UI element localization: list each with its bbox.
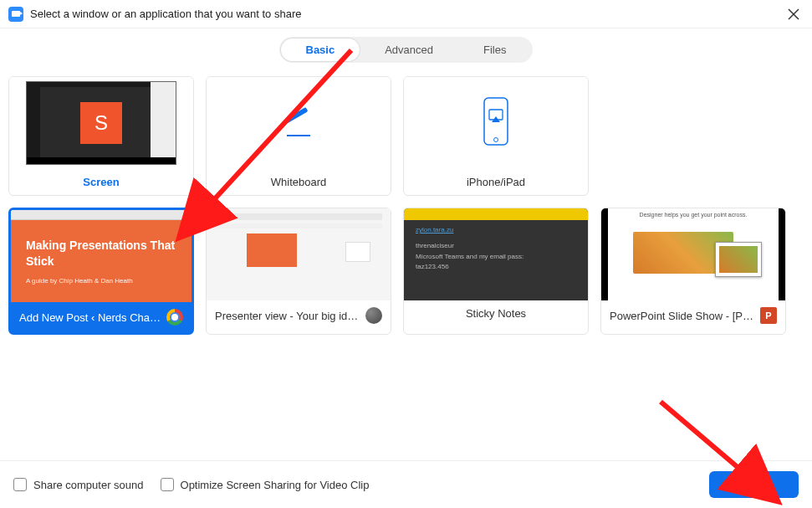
tile-ppt-label: PowerPoint Slide Show - [Present… P	[601, 300, 785, 331]
tile-presenter-label: Presenter view - Your big idea - G…	[207, 300, 391, 331]
tile-sticky-thumb: zylon.tara.zu threnalciseur Microsoft Te…	[404, 208, 588, 300]
checkbox-share-sound-label: Share computer sound	[33, 479, 144, 491]
tile-iphone-label: iPhone/iPad	[404, 169, 588, 195]
checkbox-icon	[13, 478, 27, 491]
powerpoint-icon: P	[760, 307, 777, 324]
chrome-icon	[166, 309, 183, 326]
tile-chrome-label: Add New Post ‹ Nerds Chalk — …	[11, 302, 192, 332]
close-icon	[788, 8, 799, 20]
tile-ppt-thumb: Designer helps you get your point across…	[601, 208, 785, 300]
tile-screen-label: Screen	[9, 169, 193, 195]
tile-chrome-window[interactable]: Making Presentations That Stick A guide …	[8, 208, 194, 335]
tile-presenter-thumb	[207, 208, 391, 300]
tab-basic[interactable]: Basic	[281, 38, 360, 61]
checkbox-icon	[161, 478, 174, 491]
pencil-icon	[283, 113, 314, 133]
tab-files[interactable]: Files	[458, 38, 531, 61]
checkbox-optimize-video[interactable]: Optimize Screen Sharing for Video Clip	[161, 478, 370, 491]
checkbox-optimize-video-label: Optimize Screen Sharing for Video Clip	[181, 479, 370, 491]
tile-iphone-thumb	[404, 77, 588, 169]
svg-point-3	[494, 138, 498, 142]
tile-whiteboard[interactable]: Whiteboard	[206, 76, 391, 196]
tile-screen-thumb: S	[9, 77, 193, 169]
app-icon	[365, 307, 382, 324]
close-button[interactable]	[784, 4, 804, 24]
tile-whiteboard-thumb	[207, 77, 391, 169]
dialog-title: Select a window or an application that y…	[30, 8, 784, 20]
tile-presenter-view[interactable]: Presenter view - Your big idea - G…	[206, 208, 391, 335]
tile-powerpoint[interactable]: Designer helps you get your point across…	[600, 208, 786, 335]
share-button[interactable]: Share	[709, 471, 799, 498]
tab-advanced[interactable]: Advanced	[360, 38, 458, 61]
tile-sticky-notes[interactable]: zylon.tara.zu threnalciseur Microsoft Te…	[403, 208, 589, 335]
tile-screen[interactable]: S Screen	[8, 76, 194, 196]
zoom-icon	[8, 7, 23, 22]
tile-whiteboard-label: Whiteboard	[207, 169, 391, 195]
phone-airplay-icon	[479, 96, 513, 150]
tab-group: Basic Advanced Files	[279, 37, 534, 63]
checkbox-share-sound[interactable]: Share computer sound	[13, 478, 144, 491]
tile-iphone-ipad[interactable]: iPhone/iPad	[403, 76, 589, 196]
tile-sticky-label: Sticky Notes	[404, 300, 588, 326]
tile-chrome-thumb: Making Presentations That Stick A guide …	[11, 210, 192, 302]
